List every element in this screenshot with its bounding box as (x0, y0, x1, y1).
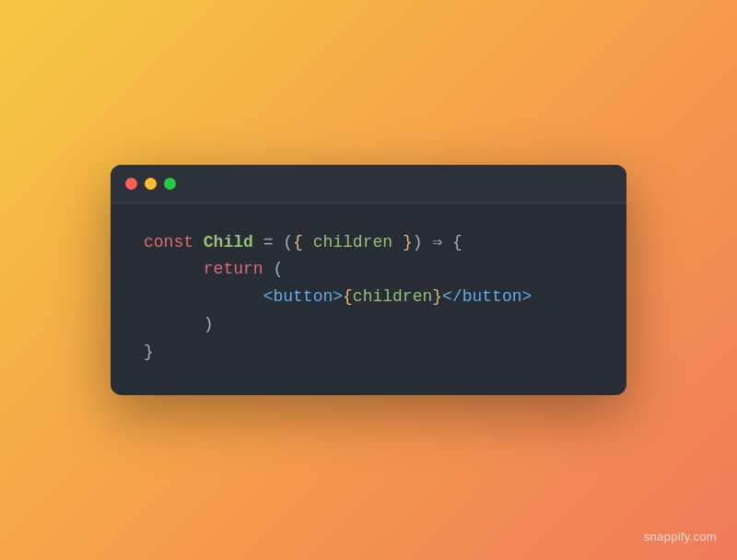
arrow: ⇒ (432, 233, 452, 251)
code-line-5: } (144, 339, 593, 367)
code-line-3: <button>{children}</button> (144, 284, 593, 311)
tag-open-button: <button> (263, 287, 343, 306)
return-close-paren: ) (144, 315, 214, 333)
close-brace: } (144, 343, 154, 361)
jsx-brace-open: { (343, 287, 353, 306)
window-titlebar (111, 165, 626, 204)
jsx-children: children (353, 287, 432, 306)
code-line-2: return ( (144, 256, 593, 284)
minimize-dot[interactable] (145, 178, 157, 190)
punct-close-paren: ) (413, 233, 433, 251)
param-children: children (303, 233, 403, 251)
keyword-child: Child (204, 233, 253, 251)
brace-close: } (403, 233, 413, 251)
code-window: const Child = ({ children }) ⇒ { return … (111, 165, 626, 395)
punct-return-paren: ( (273, 260, 283, 278)
close-dot[interactable] (125, 178, 137, 190)
brace-open: { (293, 233, 303, 251)
code-body: const Child = ({ children }) ⇒ { return … (111, 204, 626, 395)
code-line-1: const Child = ({ children }) ⇒ { (144, 229, 593, 257)
punct-open-brace: { (452, 233, 462, 251)
code-line-4: ) (144, 311, 593, 339)
maximize-dot[interactable] (164, 178, 176, 190)
jsx-brace-close: } (432, 287, 442, 306)
punct-open-paren: ( (283, 233, 293, 251)
keyword-const: const (144, 233, 204, 251)
punct-equals: = (253, 233, 283, 251)
keyword-return: return (144, 260, 273, 278)
branding-text: snappify.com (644, 530, 717, 543)
indent3 (144, 287, 263, 306)
tag-close-button: </button> (442, 287, 532, 306)
